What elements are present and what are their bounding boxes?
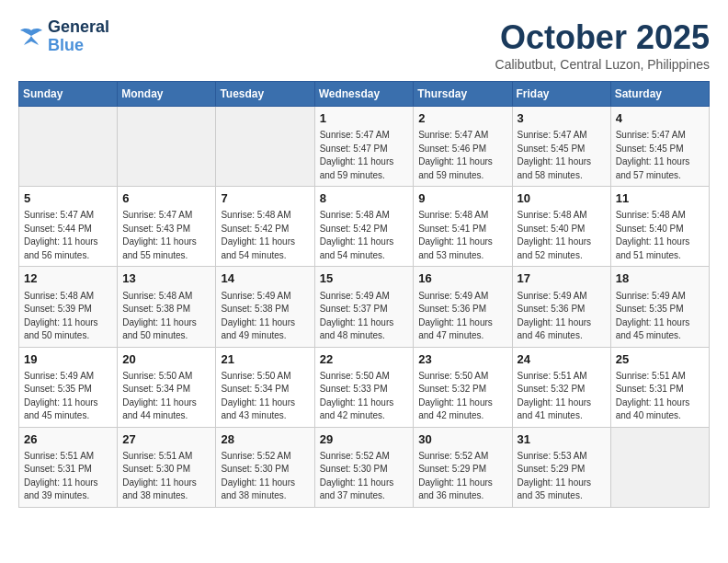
location-subtitle: Calibutbut, Central Luzon, Philippines — [495, 57, 710, 72]
day-number: 21 — [221, 351, 309, 368]
day-info: Sunrise: 5:48 AM Sunset: 5:42 PM Dayligh… — [221, 209, 309, 262]
day-info: Sunrise: 5:48 AM Sunset: 5:39 PM Dayligh… — [24, 290, 112, 343]
calendar-week-row: 5Sunrise: 5:47 AM Sunset: 5:44 PM Daylig… — [19, 187, 710, 267]
logo: General Blue — [18, 18, 109, 55]
calendar-table: SundayMondayTuesdayWednesdayThursdayFrid… — [18, 81, 710, 508]
day-number: 2 — [418, 110, 506, 127]
calendar-cell: 6Sunrise: 5:47 AM Sunset: 5:43 PM Daylig… — [118, 187, 216, 267]
day-number: 14 — [221, 270, 309, 287]
day-info: Sunrise: 5:51 AM Sunset: 5:31 PM Dayligh… — [616, 370, 704, 423]
calendar-week-row: 26Sunrise: 5:51 AM Sunset: 5:31 PM Dayli… — [19, 427, 710, 507]
month-title: October 2025 — [495, 18, 710, 57]
calendar-cell: 2Sunrise: 5:47 AM Sunset: 5:46 PM Daylig… — [414, 107, 512, 187]
day-info: Sunrise: 5:47 AM Sunset: 5:45 PM Dayligh… — [616, 129, 704, 182]
day-info: Sunrise: 5:52 AM Sunset: 5:30 PM Dayligh… — [320, 450, 409, 503]
weekday-header: Sunday — [19, 82, 118, 107]
header: General Blue October 2025 Calibutbut, Ce… — [18, 18, 710, 72]
day-number: 10 — [518, 190, 606, 207]
day-number: 30 — [418, 431, 506, 448]
calendar-cell: 18Sunrise: 5:49 AM Sunset: 5:35 PM Dayli… — [610, 267, 709, 347]
calendar-header: SundayMondayTuesdayWednesdayThursdayFrid… — [19, 82, 710, 107]
calendar-week-row: 12Sunrise: 5:48 AM Sunset: 5:39 PM Dayli… — [19, 267, 710, 347]
day-number: 9 — [418, 190, 506, 207]
weekday-header: Friday — [512, 82, 610, 107]
day-number: 16 — [418, 270, 506, 287]
calendar-cell: 13Sunrise: 5:48 AM Sunset: 5:38 PM Dayli… — [118, 267, 216, 347]
calendar-cell: 12Sunrise: 5:48 AM Sunset: 5:39 PM Dayli… — [19, 267, 118, 347]
day-number: 12 — [24, 270, 112, 287]
calendar-cell: 29Sunrise: 5:52 AM Sunset: 5:30 PM Dayli… — [314, 427, 414, 507]
day-info: Sunrise: 5:50 AM Sunset: 5:34 PM Dayligh… — [221, 370, 309, 423]
day-info: Sunrise: 5:47 AM Sunset: 5:47 PM Dayligh… — [320, 129, 409, 182]
day-number: 19 — [24, 351, 112, 368]
day-info: Sunrise: 5:49 AM Sunset: 5:35 PM Dayligh… — [24, 370, 112, 423]
calendar-cell: 3Sunrise: 5:47 AM Sunset: 5:45 PM Daylig… — [512, 107, 610, 187]
day-number: 6 — [122, 190, 210, 207]
calendar-cell: 9Sunrise: 5:48 AM Sunset: 5:41 PM Daylig… — [414, 187, 512, 267]
calendar-cell — [216, 107, 314, 187]
logo-text: General Blue — [48, 18, 109, 55]
weekday-header: Saturday — [610, 82, 709, 107]
calendar-cell: 14Sunrise: 5:49 AM Sunset: 5:38 PM Dayli… — [216, 267, 314, 347]
day-info: Sunrise: 5:47 AM Sunset: 5:45 PM Dayligh… — [518, 129, 606, 182]
day-info: Sunrise: 5:48 AM Sunset: 5:40 PM Dayligh… — [518, 209, 606, 262]
day-info: Sunrise: 5:53 AM Sunset: 5:29 PM Dayligh… — [518, 450, 606, 503]
day-number: 24 — [518, 351, 606, 368]
day-number: 15 — [320, 270, 409, 287]
calendar-cell: 15Sunrise: 5:49 AM Sunset: 5:37 PM Dayli… — [314, 267, 414, 347]
calendar-cell: 22Sunrise: 5:50 AM Sunset: 5:33 PM Dayli… — [314, 347, 414, 427]
day-info: Sunrise: 5:52 AM Sunset: 5:29 PM Dayligh… — [418, 450, 506, 503]
day-number: 18 — [616, 270, 704, 287]
weekday-header: Tuesday — [216, 82, 314, 107]
day-info: Sunrise: 5:49 AM Sunset: 5:38 PM Dayligh… — [221, 290, 309, 343]
calendar-cell: 16Sunrise: 5:49 AM Sunset: 5:36 PM Dayli… — [414, 267, 512, 347]
weekday-header: Monday — [118, 82, 216, 107]
calendar-cell: 8Sunrise: 5:48 AM Sunset: 5:42 PM Daylig… — [314, 187, 414, 267]
day-info: Sunrise: 5:49 AM Sunset: 5:35 PM Dayligh… — [616, 290, 704, 343]
day-info: Sunrise: 5:48 AM Sunset: 5:38 PM Dayligh… — [122, 290, 210, 343]
calendar-cell: 11Sunrise: 5:48 AM Sunset: 5:40 PM Dayli… — [610, 187, 709, 267]
day-info: Sunrise: 5:49 AM Sunset: 5:36 PM Dayligh… — [518, 290, 606, 343]
calendar-cell: 17Sunrise: 5:49 AM Sunset: 5:36 PM Dayli… — [512, 267, 610, 347]
calendar-cell: 31Sunrise: 5:53 AM Sunset: 5:29 PM Dayli… — [512, 427, 610, 507]
day-number: 28 — [221, 431, 309, 448]
day-number: 1 — [320, 110, 409, 127]
day-number: 29 — [320, 431, 409, 448]
day-number: 13 — [122, 270, 210, 287]
day-number: 25 — [616, 351, 704, 368]
day-info: Sunrise: 5:51 AM Sunset: 5:31 PM Dayligh… — [24, 450, 112, 503]
calendar-cell: 7Sunrise: 5:48 AM Sunset: 5:42 PM Daylig… — [216, 187, 314, 267]
calendar-cell — [19, 107, 118, 187]
calendar-cell: 5Sunrise: 5:47 AM Sunset: 5:44 PM Daylig… — [19, 187, 118, 267]
calendar-cell: 26Sunrise: 5:51 AM Sunset: 5:31 PM Dayli… — [19, 427, 118, 507]
calendar-cell: 20Sunrise: 5:50 AM Sunset: 5:34 PM Dayli… — [118, 347, 216, 427]
calendar-cell: 27Sunrise: 5:51 AM Sunset: 5:30 PM Dayli… — [118, 427, 216, 507]
calendar-cell: 21Sunrise: 5:50 AM Sunset: 5:34 PM Dayli… — [216, 347, 314, 427]
calendar-week-row: 19Sunrise: 5:49 AM Sunset: 5:35 PM Dayli… — [19, 347, 710, 427]
logo-icon — [18, 27, 44, 47]
day-number: 11 — [616, 190, 704, 207]
calendar-cell: 10Sunrise: 5:48 AM Sunset: 5:40 PM Dayli… — [512, 187, 610, 267]
day-info: Sunrise: 5:48 AM Sunset: 5:42 PM Dayligh… — [320, 209, 409, 262]
day-number: 22 — [320, 351, 409, 368]
calendar-cell: 4Sunrise: 5:47 AM Sunset: 5:45 PM Daylig… — [610, 107, 709, 187]
day-info: Sunrise: 5:52 AM Sunset: 5:30 PM Dayligh… — [221, 450, 309, 503]
day-info: Sunrise: 5:47 AM Sunset: 5:46 PM Dayligh… — [418, 129, 506, 182]
day-number: 27 — [122, 431, 210, 448]
day-number: 17 — [518, 270, 606, 287]
calendar-cell — [118, 107, 216, 187]
day-number: 31 — [518, 431, 606, 448]
day-number: 7 — [221, 190, 309, 207]
day-info: Sunrise: 5:51 AM Sunset: 5:30 PM Dayligh… — [122, 450, 210, 503]
day-info: Sunrise: 5:49 AM Sunset: 5:36 PM Dayligh… — [418, 290, 506, 343]
day-info: Sunrise: 5:50 AM Sunset: 5:33 PM Dayligh… — [320, 370, 409, 423]
day-info: Sunrise: 5:50 AM Sunset: 5:32 PM Dayligh… — [418, 370, 506, 423]
day-number: 26 — [24, 431, 112, 448]
day-number: 3 — [518, 110, 606, 127]
day-info: Sunrise: 5:51 AM Sunset: 5:32 PM Dayligh… — [518, 370, 606, 423]
calendar-cell: 1Sunrise: 5:47 AM Sunset: 5:47 PM Daylig… — [314, 107, 414, 187]
calendar-cell: 24Sunrise: 5:51 AM Sunset: 5:32 PM Dayli… — [512, 347, 610, 427]
calendar-cell — [610, 427, 709, 507]
calendar-week-row: 1Sunrise: 5:47 AM Sunset: 5:47 PM Daylig… — [19, 107, 710, 187]
day-info: Sunrise: 5:48 AM Sunset: 5:41 PM Dayligh… — [418, 209, 506, 262]
